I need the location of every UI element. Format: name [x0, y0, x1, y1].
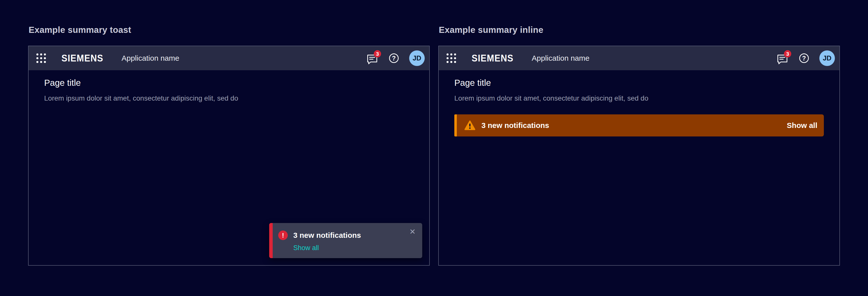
toast-alarm-accent	[269, 223, 273, 258]
page-subtitle: Lorem ipsum dolor sit amet, consectetur …	[44, 94, 414, 102]
notifications-button[interactable]: 3	[367, 52, 378, 65]
warning-triangle-icon	[464, 121, 475, 130]
avatar[interactable]: JD	[409, 51, 425, 66]
page-title: Page title	[454, 78, 824, 88]
alarm-circle-icon: !	[278, 231, 288, 240]
avatar[interactable]: JD	[819, 51, 835, 66]
header-actions: 3 ? JD	[777, 51, 835, 66]
notification-badge: 3	[374, 50, 381, 58]
toast-title: 3 new notifications	[293, 231, 361, 240]
notifications-button[interactable]: 3	[777, 52, 789, 65]
page-subtitle: Lorem ipsum dolor sit amet, consectetur …	[454, 94, 824, 102]
toast-show-all-link[interactable]: Show all	[293, 244, 361, 252]
page-title: Page title	[44, 78, 414, 88]
app-header: SIEMENS Application name 3 ? JD	[29, 46, 429, 70]
close-icon[interactable]: ✕	[409, 228, 416, 235]
page-content: Page title Lorem ipsum dolor sit amet, c…	[29, 70, 429, 102]
toast-text: 3 new notifications Show all	[293, 231, 361, 252]
app-launcher-icon[interactable]	[446, 54, 456, 63]
example-toast-section: Example summary toast SIEMENS Applicatio…	[28, 25, 430, 266]
inline-show-all-button[interactable]: Show all	[787, 121, 817, 130]
app-window-inline: SIEMENS Application name 3 ? JD	[438, 46, 840, 266]
warning-accent-bar	[454, 114, 457, 136]
app-launcher-icon[interactable]	[36, 54, 46, 63]
help-button[interactable]: ?	[799, 54, 809, 63]
help-button[interactable]: ?	[389, 54, 399, 63]
application-name: Application name	[532, 54, 590, 62]
toast-notification: ! 3 new notifications Show all ✕	[269, 223, 422, 258]
question-icon: ?	[802, 55, 806, 62]
example-inline-section: Example summary inline SIEMENS Applicati…	[438, 25, 840, 266]
application-name: Application name	[122, 54, 179, 62]
page-content: Page title Lorem ipsum dolor sit amet, c…	[439, 70, 839, 136]
app-window-toast: SIEMENS Application name 3 ? JD	[28, 46, 430, 266]
question-icon: ?	[392, 55, 396, 62]
section-heading-toast: Example summary toast	[29, 25, 430, 35]
siemens-logo: SIEMENS	[61, 53, 103, 64]
app-header: SIEMENS Application name 3 ? JD	[439, 46, 839, 70]
siemens-logo: SIEMENS	[472, 53, 514, 64]
page-canvas: Example summary toast SIEMENS Applicatio…	[0, 0, 868, 296]
notification-badge: 3	[784, 50, 791, 58]
header-actions: 3 ? JD	[367, 51, 425, 66]
section-heading-inline: Example summary inline	[439, 25, 840, 35]
toast-body: ! 3 new notifications Show all	[269, 223, 422, 252]
inline-alert-title: 3 new notifications	[482, 121, 549, 130]
inline-notification-banner: 3 new notifications Show all	[454, 114, 824, 136]
